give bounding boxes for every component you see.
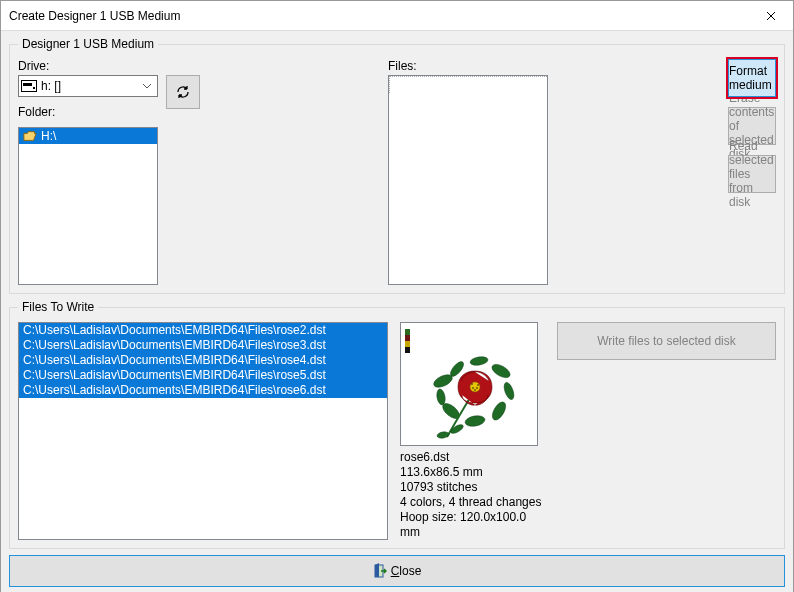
list-item[interactable]: C:\Users\Ladislav\Documents\EMBIRD64\Fil… <box>19 353 387 368</box>
titlebar: Create Designer 1 USB Medium <box>1 1 793 31</box>
files-to-write-legend: Files To Write <box>18 300 98 314</box>
list-item[interactable]: C:\Users\Ladislav\Documents\EMBIRD64\Fil… <box>19 368 387 383</box>
write-files-button[interactable]: Write files to selected disk <box>557 322 776 360</box>
drive-value: h: [] <box>41 79 61 93</box>
usb-medium-legend: Designer 1 USB Medium <box>18 37 158 51</box>
drive-label: Drive: <box>18 59 158 73</box>
drive-select[interactable]: h: [] <box>18 75 158 97</box>
svg-point-9 <box>464 414 485 427</box>
close-icon <box>766 11 776 21</box>
format-medium-button[interactable]: Format medium <box>728 59 776 97</box>
svg-point-13 <box>437 431 450 439</box>
preview <box>400 322 538 446</box>
folder-label: Folder: <box>18 105 158 119</box>
usb-medium-group: Designer 1 USB Medium Drive: h: [] <box>9 37 785 294</box>
svg-point-16 <box>477 384 479 386</box>
folder-open-icon <box>23 130 37 142</box>
exit-icon <box>373 563 387 579</box>
preview-stitches: 10793 stitches <box>400 480 545 495</box>
svg-point-6 <box>490 362 512 381</box>
svg-point-11 <box>436 388 447 405</box>
preview-palette <box>405 329 410 353</box>
list-item[interactable]: C:\Users\Ladislav\Documents\EMBIRD64\Fil… <box>19 383 387 398</box>
svg-point-18 <box>472 387 474 389</box>
list-item[interactable]: C:\Users\Ladislav\Documents\EMBIRD64\Fil… <box>19 323 387 338</box>
folder-list[interactable]: H:\ <box>18 127 158 285</box>
app-window: Create Designer 1 USB Medium Designer 1 … <box>0 0 794 592</box>
list-item[interactable]: C:\Users\Ladislav\Documents\EMBIRD64\Fil… <box>19 338 387 353</box>
svg-point-8 <box>490 400 509 422</box>
svg-point-12 <box>449 423 464 435</box>
svg-point-17 <box>474 389 476 391</box>
close-button[interactable]: Close <box>9 555 785 587</box>
palette-swatch <box>405 347 410 353</box>
preview-filename: rose6.dst <box>400 450 545 465</box>
svg-rect-1 <box>23 83 32 86</box>
window-body: Designer 1 USB Medium Drive: h: [] <box>1 31 793 592</box>
folder-item-label: H:\ <box>41 129 56 143</box>
preview-meta: rose6.dst 113.6x86.5 mm 10793 stitches 4… <box>400 450 545 540</box>
svg-point-5 <box>469 355 488 366</box>
folder-item[interactable]: H:\ <box>19 128 157 144</box>
svg-point-7 <box>502 381 516 401</box>
svg-rect-2 <box>33 87 35 89</box>
files-to-write-group: Files To Write C:\Users\Ladislav\Documen… <box>9 300 785 549</box>
files-list[interactable] <box>388 75 548 285</box>
preview-hoop: Hoop size: 120.0x100.0 mm <box>400 510 545 540</box>
preview-image <box>423 339 527 443</box>
close-window-button[interactable] <box>749 1 793 30</box>
window-title: Create Designer 1 USB Medium <box>9 9 749 23</box>
files-label: Files: <box>388 59 548 73</box>
svg-point-19 <box>476 387 478 389</box>
refresh-icon <box>175 84 191 100</box>
drive-icon <box>21 80 37 92</box>
svg-point-15 <box>471 383 473 385</box>
close-button-label: Close <box>391 564 422 578</box>
chevron-down-icon <box>139 76 155 96</box>
read-files-button[interactable]: Read selected files from disk <box>728 155 776 193</box>
files-to-write-list[interactable]: C:\Users\Ladislav\Documents\EMBIRD64\Fil… <box>18 322 388 540</box>
refresh-button[interactable] <box>166 75 200 109</box>
preview-colors: 4 colors, 4 thread changes <box>400 495 545 510</box>
preview-dimensions: 113.6x86.5 mm <box>400 465 545 480</box>
